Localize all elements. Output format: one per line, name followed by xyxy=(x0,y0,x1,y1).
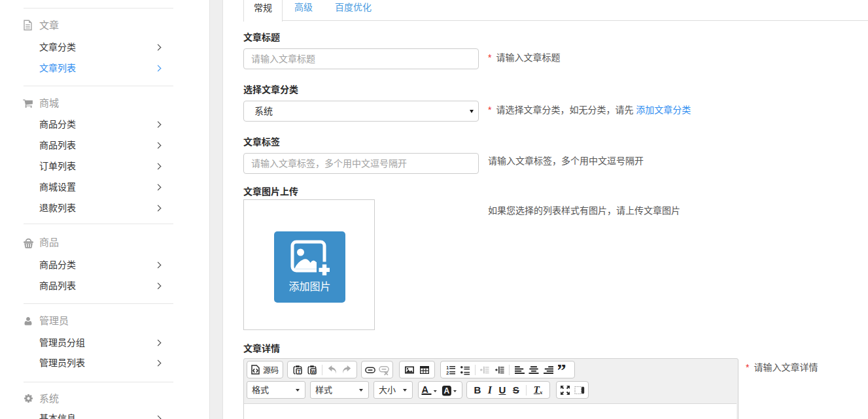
svg-text:A: A xyxy=(422,384,429,395)
svg-text:W: W xyxy=(311,369,316,373)
svg-text:A: A xyxy=(444,386,450,395)
svg-text:”: ” xyxy=(558,365,566,375)
svg-text:T: T xyxy=(297,368,300,374)
svg-text:2: 2 xyxy=(446,371,449,375)
svg-text:1: 1 xyxy=(446,365,449,370)
